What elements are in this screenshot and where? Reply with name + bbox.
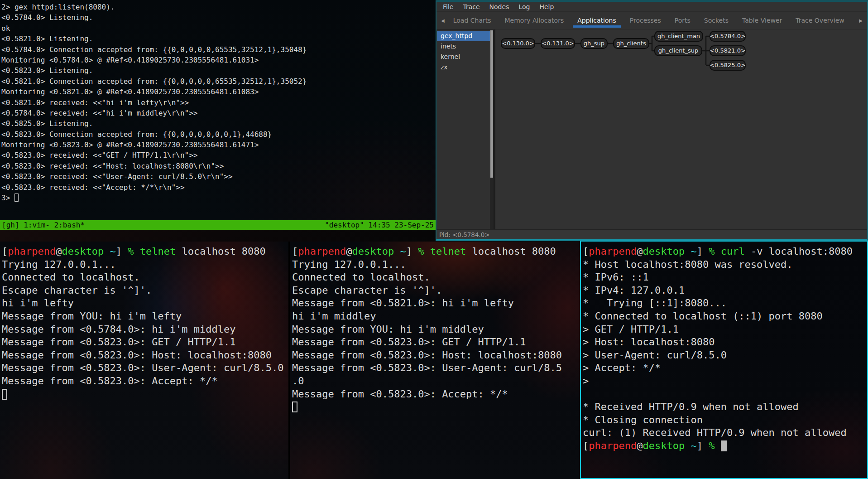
svg-text:gh_client_sup: gh_client_sup — [658, 47, 698, 54]
terminal-line: <0.5821.0> received: <<"hi i'm lefty\r\n… — [1, 97, 436, 108]
tab-load-charts[interactable]: Load Charts — [452, 12, 492, 29]
terminal-line: <0.5784.0> received: <<"hi i'm middley\r… — [1, 108, 436, 118]
terminal-line: * IPv4: 127.0.0.1 — [583, 284, 867, 297]
process-node-gh-clients[interactable]: gh_clients — [614, 39, 649, 48]
terminal-line: Monitoring <0.5784.0> @ #Ref<0.418902573… — [1, 55, 436, 65]
app-item-kernel[interactable]: kernel — [437, 52, 490, 62]
scrollbar-thumb[interactable] — [490, 30, 493, 178]
terminal-line: curl: (1) Received HTTP/0.9 when not all… — [583, 426, 867, 440]
terminal-line: Message from <0.5823.0>: GET / HTTP/1.1 — [2, 336, 288, 349]
terminal-line: Message from <0.5823.0>: GET / HTTP/1.1 — [292, 336, 580, 349]
application-list-scrollbar[interactable] — [490, 30, 494, 229]
observer-menubar: FileTraceNodesLogHelp — [436, 2, 867, 12]
terminal-line: Message from <0.5823.0>: Host: localhost… — [2, 349, 288, 362]
terminal-line: <0.5823.0> received: <<"User-Agent: curl… — [1, 171, 436, 182]
tab-applications[interactable]: Applications — [576, 12, 617, 29]
terminal-line: Message from <0.5823.0>: Accept: */* — [2, 375, 288, 388]
tab-sockets[interactable]: Sockets — [703, 12, 729, 29]
tab-table-viewer[interactable]: Table Viewer — [741, 12, 783, 29]
terminal-line: 2> gex_httpd:listen(8080). — [1, 2, 436, 12]
terminal-line: ok — [1, 23, 436, 34]
menu-trace[interactable]: Trace — [461, 3, 481, 10]
menu-nodes[interactable]: Nodes — [488, 3, 511, 10]
terminal-line: > Host: localhost:8080 — [583, 336, 867, 349]
terminal-line: * Host localhost:8080 was resolved. — [583, 258, 867, 271]
terminal-line: Message from YOU: hi i'm middley — [292, 323, 580, 336]
terminal-cursor — [292, 402, 297, 412]
tab-scroll-left-icon[interactable]: ◀ — [439, 18, 446, 23]
process-tree-svg: <0.130.0><0.131.0>gh_supgh_clientsgh_cli… — [495, 31, 867, 229]
tab-scroll-right-icon[interactable]: ▶ — [857, 18, 864, 23]
menu-file[interactable]: File — [441, 3, 455, 10]
terminal-line: Monitoring <0.5821.0> @ #Ref<0.418902573… — [1, 87, 436, 97]
observer-content: gex_httpdinetskernelzx <0.130.0><0.131.0… — [436, 29, 867, 229]
process-node--0-131-0-[interactable]: <0.131.0> — [541, 39, 575, 48]
process-node-gh-client-sup[interactable]: gh_client_sup — [655, 46, 702, 56]
selected-pid-status: Pid: <0.5784.0> — [439, 231, 490, 238]
terminal-line: Monitoring <0.5823.0> @ #Ref<0.418902573… — [1, 140, 436, 150]
terminal-line: [pharpend@desktop ~] % curl -v localhost… — [583, 245, 867, 258]
app-item-zx[interactable]: zx — [437, 62, 490, 73]
application-list: gex_httpdinetskernelzx — [436, 29, 495, 229]
terminal-line: <0.5823.0> received: <<"Host: localhost:… — [1, 161, 436, 171]
terminal-line: hi i'm middley — [292, 310, 580, 323]
menu-log[interactable]: Log — [517, 3, 531, 10]
tab-ports[interactable]: Ports — [674, 12, 691, 29]
svg-text:<0.5825.0>: <0.5825.0> — [710, 62, 746, 68]
svg-text:gh_clients: gh_clients — [616, 40, 646, 47]
terminal-line: * Received HTTP/0.9 when not allowed — [583, 401, 867, 414]
terminal-line: .0 — [292, 375, 580, 388]
terminal-line: Message from YOU: hi i'm lefty — [2, 310, 288, 323]
observer-statusbar: Pid: <0.5784.0> — [436, 229, 867, 239]
svg-text:<0.5821.0>: <0.5821.0> — [710, 47, 746, 54]
terminal-line: 3> — [1, 193, 436, 203]
terminal-line — [292, 401, 580, 414]
terminal-line: <0.5825.0> Listening. — [1, 118, 436, 129]
app-item-gex-httpd[interactable]: gex_httpd — [437, 31, 490, 41]
terminal-line: > Accept: */* — [583, 362, 867, 375]
terminal-line — [2, 388, 288, 401]
process-node--0-5821-0-[interactable]: <0.5821.0> — [710, 46, 746, 56]
app-item-inets[interactable]: inets — [437, 41, 490, 52]
process-node--0-5825-0-[interactable]: <0.5825.0> — [710, 60, 746, 70]
process-node--0-5784-0-[interactable]: <0.5784.0> — [710, 31, 746, 41]
terminal-cursor — [14, 194, 19, 202]
tmux-window-list[interactable]: [gh] 1:vim- 2:bash* — [2, 220, 85, 230]
process-node-gh-sup[interactable]: gh_sup — [581, 39, 607, 48]
terminal-line: Escape character is '^]'. — [2, 284, 288, 297]
terminal-line: Message from <0.5823.0>: Host: localhost… — [292, 349, 580, 362]
terminal-line: [pharpend@desktop ~] % — [583, 440, 867, 453]
tmux-session-clock: "desktop" 14:35 23-Sep-25 — [325, 220, 434, 230]
curl-terminal-focused[interactable]: [pharpend@desktop ~] % curl -v localhost… — [580, 241, 868, 479]
terminal-line: <0.5823.0> received: <<"Accept: */*\r\n"… — [1, 182, 436, 193]
terminal-line: Escape character is '^]'. — [292, 284, 580, 297]
terminal-line: <0.5784.0> Listening. — [1, 12, 436, 23]
tab-memory-allocators[interactable]: Memory Allocators — [504, 12, 565, 29]
tab-trace-overview[interactable]: Trace Overview — [795, 12, 845, 29]
svg-text:gh_client_man: gh_client_man — [657, 33, 700, 39]
tmux-status-bar: [gh] 1:vim- 2:bash* "desktop" 14:35 23-S… — [0, 220, 436, 230]
terminal-line: Trying 127.0.0.1... — [2, 258, 288, 271]
svg-text:gh_sup: gh_sup — [584, 40, 604, 47]
telnet-lefty-terminal[interactable]: [pharpend@desktop ~] % telnet localhost … — [0, 242, 288, 479]
terminal-line: * Connected to localhost (::1) port 8080 — [583, 310, 867, 323]
terminal-line: Message from <0.5784.0>: hi i'm middley — [2, 323, 288, 336]
menu-help[interactable]: Help — [538, 3, 555, 10]
tab-processes[interactable]: Processes — [629, 12, 662, 29]
application-list-items: gex_httpdinetskernelzx — [437, 31, 494, 73]
terminal-cursor — [721, 440, 727, 451]
terminal-line: Trying 127.0.0.1... — [292, 258, 580, 271]
svg-text:<0.5784.0>: <0.5784.0> — [710, 33, 746, 39]
terminal-line: > GET / HTTP/1.1 — [583, 323, 867, 336]
erlang-shell-terminal[interactable]: 2> gex_httpd:listen(8080).<0.5784.0> Lis… — [0, 0, 436, 220]
observer-tabbar: ◀ Load ChartsMemory AllocatorsApplicatio… — [436, 12, 867, 29]
terminal-line: > — [583, 375, 867, 388]
terminal-line: [pharpend@desktop ~] % telnet localhost … — [292, 245, 580, 258]
svg-text:<0.130.0>: <0.130.0> — [502, 40, 534, 47]
process-node-gh-client-man[interactable]: gh_client_man — [655, 31, 703, 41]
terminal-line: Message from <0.5823.0>: Accept: */* — [292, 388, 580, 401]
telnet-middley-terminal[interactable]: [pharpend@desktop ~] % telnet localhost … — [290, 242, 580, 479]
terminal-line: Connected to localhost. — [292, 271, 580, 284]
terminal-line: [pharpend@desktop ~] % telnet localhost … — [2, 245, 288, 258]
process-node--0-130-0-[interactable]: <0.130.0> — [501, 39, 535, 48]
